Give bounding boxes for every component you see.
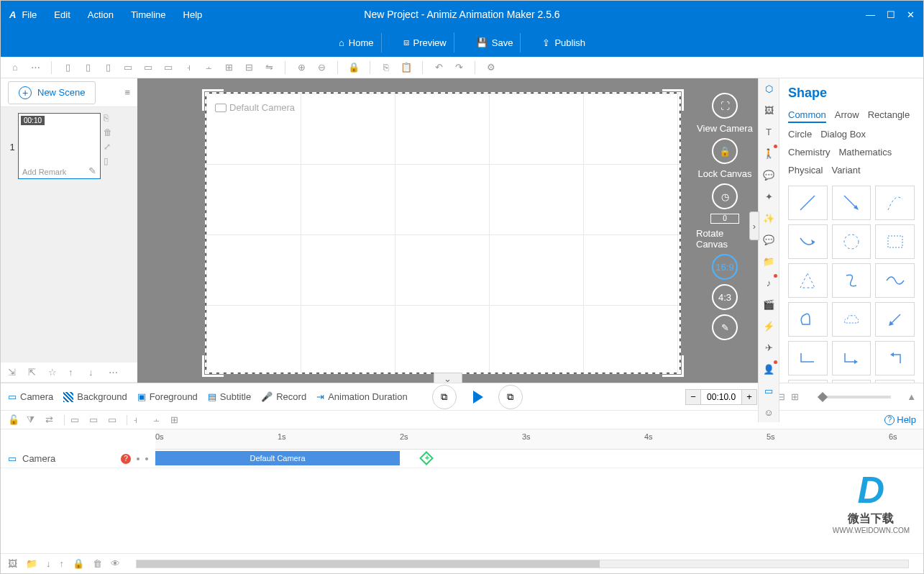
menu-action[interactable]: Action bbox=[88, 9, 114, 20]
star-icon[interactable]: ☆ bbox=[48, 367, 61, 378]
tl-dist2-icon[interactable]: ⫠ bbox=[152, 414, 165, 425]
copy-scene-icon[interactable]: ⎘ bbox=[104, 113, 116, 123]
help-link[interactable]: ?Help bbox=[884, 414, 916, 425]
shape-scribble[interactable] bbox=[832, 263, 872, 298]
shape-line[interactable] bbox=[788, 186, 828, 220]
preview-button[interactable]: ⧇ Preview bbox=[396, 32, 454, 53]
zoom-max-icon[interactable]: ▲ bbox=[907, 391, 916, 402]
align-bottom-icon[interactable]: ▭ bbox=[161, 60, 175, 75]
aspect-169-button[interactable]: 16:9 bbox=[712, 254, 738, 280]
pencil-icon[interactable]: ✎ bbox=[88, 165, 96, 176]
tl-lock-icon[interactable]: 🔓 bbox=[8, 414, 21, 425]
copy-icon[interactable]: ⎘ bbox=[379, 60, 393, 75]
canvas-stage[interactable]: Default Camera bbox=[206, 93, 680, 373]
play-button[interactable] bbox=[464, 383, 491, 411]
export-icon[interactable]: ⇲ bbox=[8, 367, 21, 378]
group-icon[interactable]: ⊞ bbox=[221, 60, 236, 75]
settings-icon[interactable]: ⚙ bbox=[484, 60, 498, 75]
align-right-icon[interactable]: ▯ bbox=[101, 60, 115, 75]
zoom-slider[interactable] bbox=[819, 396, 891, 398]
bb-up-icon[interactable]: ↑ bbox=[60, 558, 65, 569]
ellipsis-icon[interactable]: ⋯ bbox=[109, 367, 122, 378]
chevron-down-icon[interactable]: ⌄ bbox=[434, 373, 462, 383]
canvas-area[interactable]: Default Camera ⌄ ⛶ View Camera 🔒 Lock Ca… bbox=[137, 78, 758, 383]
shape-dashed-triangle[interactable] bbox=[788, 263, 828, 298]
chat-tool-icon[interactable]: 💬 bbox=[761, 232, 776, 247]
shape-cloud[interactable] bbox=[832, 302, 872, 337]
home-button[interactable]: ⌂ Home bbox=[331, 33, 382, 53]
tab-common[interactable]: Common bbox=[788, 109, 826, 123]
foreground-prop[interactable]: ▣Foreground bbox=[137, 391, 198, 402]
shape-dashed-arc[interactable] bbox=[875, 186, 915, 220]
tab-physical[interactable]: Physical bbox=[788, 165, 823, 177]
close-button[interactable]: ✕ bbox=[907, 9, 915, 20]
tab-rectangle[interactable]: Rectangle bbox=[868, 109, 910, 123]
bb-lock-icon[interactable]: 🔒 bbox=[73, 558, 84, 569]
rotate-value[interactable]: 0 bbox=[710, 214, 739, 224]
scene-options-icon[interactable]: ≡ bbox=[124, 87, 130, 98]
plane-tool-icon[interactable]: ✈ bbox=[761, 340, 776, 355]
shape-curve1[interactable] bbox=[788, 380, 828, 383]
tl-filter-icon[interactable]: ⧩ bbox=[27, 414, 40, 426]
bb-image-icon[interactable]: 🖼 bbox=[8, 558, 17, 569]
rotate-canvas-button[interactable]: ◷ bbox=[712, 183, 738, 209]
tab-math[interactable]: Mathematics bbox=[839, 147, 892, 159]
flip-h-icon[interactable]: ⇋ bbox=[262, 60, 276, 75]
minimize-button[interactable]: ― bbox=[866, 9, 875, 20]
time-display[interactable]: 00:10.0 bbox=[701, 389, 741, 405]
more-icon[interactable]: ⋯ bbox=[28, 60, 42, 75]
shape-diag-arrow[interactable] bbox=[875, 302, 915, 337]
shape-dashed-circle[interactable] bbox=[832, 224, 872, 259]
camera-clip[interactable]: Default Camera bbox=[155, 451, 400, 465]
tl-align1-icon[interactable]: ▭ bbox=[70, 414, 83, 425]
background-prop[interactable]: Background bbox=[63, 391, 127, 402]
edit-canvas-button[interactable]: ✎ bbox=[712, 314, 738, 340]
tl-link-icon[interactable]: ⇄ bbox=[45, 414, 58, 425]
folder-tool-icon[interactable]: 📁 bbox=[761, 254, 776, 268]
more-scene-icon[interactable]: ▯ bbox=[104, 156, 116, 166]
new-scene-button[interactable]: +New Scene bbox=[8, 81, 96, 104]
shape-curve-arrow[interactable] bbox=[788, 224, 828, 259]
home-icon[interactable]: ⌂ bbox=[8, 60, 22, 75]
scene-remark[interactable]: Add Remark bbox=[22, 168, 66, 176]
track-bar[interactable]: Default Camera bbox=[155, 450, 923, 468]
up-icon[interactable]: ↑ bbox=[68, 367, 81, 378]
callout-tool-icon[interactable]: 💬 bbox=[761, 168, 776, 182]
import-icon[interactable]: ⇱ bbox=[28, 367, 41, 378]
tl-align3-icon[interactable]: ▭ bbox=[108, 414, 121, 425]
bb-eye-icon[interactable]: 👁 bbox=[111, 558, 120, 569]
video-tool-icon[interactable]: 🎬 bbox=[761, 297, 776, 311]
shape-arrow-line[interactable] bbox=[832, 186, 872, 220]
lock-icon[interactable]: 🔒 bbox=[347, 60, 361, 75]
view-camera-button[interactable]: ⛶ bbox=[712, 93, 738, 119]
smile-tool-icon[interactable]: ☺ bbox=[761, 405, 776, 419]
person-tool-icon[interactable]: 👤 bbox=[761, 362, 776, 376]
shape-step-arrow[interactable] bbox=[832, 341, 872, 375]
tl-dist3-icon[interactable]: ⊞ bbox=[170, 414, 183, 425]
camera-prop[interactable]: ▭Camera bbox=[8, 391, 53, 402]
tab-arrow[interactable]: Arrow bbox=[835, 109, 859, 123]
tl-align2-icon[interactable]: ▭ bbox=[89, 414, 102, 425]
publish-button[interactable]: ⇪ Publish bbox=[535, 33, 593, 53]
duration-prop[interactable]: ⇥Animation Duration bbox=[316, 391, 408, 402]
paste-icon[interactable]: 📋 bbox=[399, 60, 413, 75]
align-left-icon[interactable]: ▯ bbox=[60, 60, 75, 75]
character-tool-icon[interactable]: 🚶 bbox=[761, 146, 776, 160]
shape-step-down[interactable] bbox=[788, 341, 828, 375]
menu-edit[interactable]: Edit bbox=[54, 9, 70, 20]
add-keyframe-icon[interactable] bbox=[419, 451, 434, 465]
shape-curve-arrow2[interactable] bbox=[875, 380, 915, 383]
text-tool-icon[interactable]: T bbox=[761, 124, 776, 139]
tab-variant[interactable]: Variant bbox=[831, 165, 860, 177]
menu-timeline[interactable]: Timeline bbox=[131, 9, 166, 20]
shape-tool-icon[interactable]: ⬡ bbox=[761, 81, 776, 96]
dist-h-icon[interactable]: ⫞ bbox=[181, 60, 196, 75]
expand-panel-icon[interactable]: › bbox=[749, 211, 759, 240]
bb-folder-icon[interactable]: 📁 bbox=[26, 558, 37, 569]
tab-dialog[interactable]: Dialog Box bbox=[820, 129, 866, 141]
align-middle-icon[interactable]: ▭ bbox=[141, 60, 155, 75]
time-plus-button[interactable]: + bbox=[741, 389, 757, 405]
zoom-out-icon[interactable]: ⊖ bbox=[314, 60, 329, 75]
tl-dist1-icon[interactable]: ⫞ bbox=[133, 414, 146, 425]
flash-tool-icon[interactable]: ⚡ bbox=[761, 319, 776, 333]
